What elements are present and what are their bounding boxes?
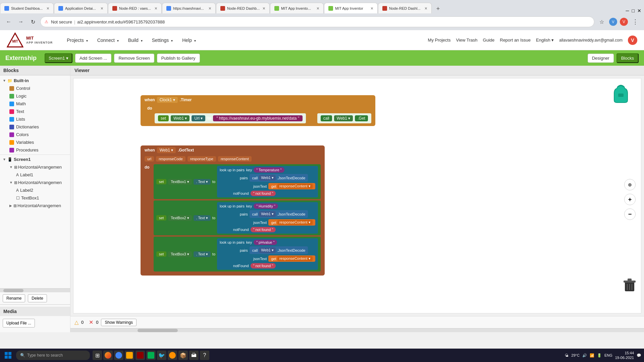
set-pill[interactable]: set xyxy=(158,115,169,121)
tab-1-close[interactable]: × xyxy=(47,6,49,11)
tree-label1[interactable]: A Label1 xyxy=(0,171,70,179)
tab-2[interactable]: Application Detai... × xyxy=(54,3,108,13)
remove-screen-button[interactable]: Remove Screen xyxy=(114,54,154,63)
start-button[interactable] xyxy=(3,350,13,361)
humidity-row[interactable]: set TextBox2 ▾ . Text ▾ to look up in pa… xyxy=(154,200,321,235)
show-warnings-button[interactable]: Show Warnings xyxy=(101,319,137,326)
tree-dictionaries[interactable]: Dictionaries xyxy=(0,123,70,131)
taskbar-icon-6[interactable] xyxy=(146,351,156,360)
nav-connect[interactable]: Connect ▾ xyxy=(93,36,123,45)
sound-icon[interactable]: 🔊 xyxy=(582,353,587,358)
tree-horiz2[interactable]: ▼ ⊞ HorizontalArrangemen xyxy=(0,179,70,186)
notfound-val-3[interactable]: " not found " xyxy=(251,263,276,268)
text-tb1[interactable]: . Text ▾ xyxy=(194,179,211,185)
rename-button[interactable]: Rename xyxy=(3,294,25,302)
h-scrollbar[interactable] xyxy=(0,288,70,292)
taskbar-icon-1[interactable]: ⊞ xyxy=(93,351,102,360)
builtin-section[interactable]: ▼ 📁 Built-in xyxy=(0,77,70,84)
temperature-row[interactable]: set TextBox1 ▾ . Text ▾ to look up in pa… xyxy=(154,164,321,199)
nav-settings[interactable]: Settings ▾ xyxy=(148,36,177,45)
taskbar-icon-7[interactable]: 🐦 xyxy=(157,351,166,360)
web1-call-pill[interactable]: Web1 ▾ xyxy=(334,115,353,121)
set-tb3[interactable]: set xyxy=(156,251,167,257)
clock-event-block[interactable]: when Clock1 ▾ .Timer do set Web1 ▾ Url ▾ xyxy=(141,95,375,126)
trash-icon[interactable] xyxy=(624,279,636,293)
get-response-2[interactable]: get responseContent ▾ xyxy=(268,219,315,226)
web1-event-pill[interactable]: Web1 ▾ xyxy=(157,147,176,153)
taskbar-icon-11[interactable]: ? xyxy=(200,351,209,360)
delete-button[interactable]: Delete xyxy=(28,294,47,302)
textbox2-tb2[interactable]: TextBox2 ▾ xyxy=(168,215,192,221)
notification-icon[interactable]: 💬 xyxy=(637,353,641,358)
set-tb1[interactable]: set xyxy=(156,179,167,184)
tree-logic[interactable]: Logic xyxy=(0,92,70,100)
tab-7-close[interactable]: × xyxy=(371,6,373,11)
tab-3-close[interactable]: × xyxy=(155,6,157,11)
textbox1-tb1[interactable]: TextBox1 ▾ xyxy=(168,179,192,185)
canvas-h-scrollbar[interactable] xyxy=(70,328,644,332)
reload-button[interactable]: ↻ xyxy=(28,17,38,26)
screen-selector[interactable]: Screen1 ▾ xyxy=(45,53,72,63)
taskbar-icon-3[interactable] xyxy=(114,351,123,360)
set-tb2[interactable]: set xyxy=(156,215,167,221)
param-responseType[interactable]: responseType xyxy=(187,156,216,162)
bookmark-button[interactable]: ☆ xyxy=(597,17,606,26)
menu-button[interactable]: ⋮ xyxy=(631,17,640,26)
param-responseContent[interactable]: responseContent xyxy=(218,156,252,162)
profile-button[interactable]: V xyxy=(620,18,628,26)
text-tb2[interactable]: . Text ▾ xyxy=(194,215,211,221)
tree-horiz1[interactable]: ▼ ⊞ HorizontalArrangemen xyxy=(0,163,70,171)
user-avatar[interactable]: V xyxy=(628,36,637,45)
zoom-out-button[interactable]: − xyxy=(624,208,636,220)
tab-4[interactable]: https://vaeshnavi... × xyxy=(162,3,216,13)
report-issue-link[interactable]: Report an Issue xyxy=(500,38,531,43)
screen1-section[interactable]: ▼ 📱 Screen1 xyxy=(0,156,70,163)
close-btn[interactable]: ✕ xyxy=(637,8,641,13)
taskbar-icon-9[interactable]: 📦 xyxy=(178,351,188,360)
tab-6-close[interactable]: × xyxy=(317,6,319,11)
nav-help[interactable]: Help ▾ xyxy=(178,36,200,45)
phvalue-row[interactable]: set TextBox3 ▾ . Text ▾ to look up in pa… xyxy=(154,237,321,272)
tab-3[interactable]: Node-RED : vaes... × xyxy=(108,3,162,13)
url-value-pill[interactable]: " https://vaeshnavi.eu-gb.mybluemix.net/… xyxy=(213,115,303,121)
taskbar-search[interactable]: 🔍 Type here to search xyxy=(16,351,90,360)
backpack-icon[interactable] xyxy=(611,82,631,106)
web1-json-3[interactable]: Web1 ▾ xyxy=(259,247,276,253)
tab-4-close[interactable]: × xyxy=(209,6,211,11)
temperature-key[interactable]: " Temperature " xyxy=(254,167,284,173)
param-url[interactable]: url xyxy=(145,156,154,162)
web1-json-1[interactable]: Web1 ▾ xyxy=(259,175,276,181)
web1-set-pill[interactable]: Web1 ▾ xyxy=(171,115,190,121)
text-tb3[interactable]: . Text ▾ xyxy=(194,251,211,257)
tree-procedures[interactable]: Procedures xyxy=(0,146,70,154)
address-bar[interactable]: ⚠ Not secure | ai2.appinventor.mit.edu/#… xyxy=(40,16,594,27)
volume-icon[interactable]: 🔋 xyxy=(597,353,602,358)
nav-build[interactable]: Build ▾ xyxy=(124,36,147,45)
phvalue-key[interactable]: " pHvalue " xyxy=(254,240,277,245)
view-trash-link[interactable]: View Trash xyxy=(456,38,477,43)
tree-variables[interactable]: Variables xyxy=(0,138,70,146)
clock1-pill[interactable]: Clock1 ▾ xyxy=(157,97,178,103)
tree-lists[interactable]: Lists xyxy=(0,115,70,123)
tree-label2[interactable]: A Label2 xyxy=(0,186,70,194)
tree-math[interactable]: Math xyxy=(0,100,70,108)
center-button[interactable]: ⊕ xyxy=(624,179,636,190)
new-tab-button[interactable]: + xyxy=(433,4,443,13)
tree-text[interactable]: Text xyxy=(0,108,70,115)
publish-button[interactable]: Publish to Gallery xyxy=(157,54,200,63)
get-response-1[interactable]: get responseContent ▾ xyxy=(268,183,315,189)
tab-8-close[interactable]: × xyxy=(425,6,427,11)
user-email[interactable]: allavaeshnavireddy.avr@gmail.com xyxy=(559,38,623,43)
notfound-val-2[interactable]: " not found " xyxy=(251,227,276,232)
call-pill[interactable]: call xyxy=(321,115,332,121)
get-pill[interactable]: .Get xyxy=(355,115,368,121)
taskbar-icon-8[interactable] xyxy=(168,351,177,360)
param-responseCode[interactable]: responseCode xyxy=(156,156,185,162)
tab-7[interactable]: MIT App Inventor × xyxy=(324,3,378,13)
notfound-val-1[interactable]: " not found " xyxy=(251,191,276,196)
tab-6[interactable]: MIT App Invento... × xyxy=(270,3,324,13)
guide-link[interactable]: Guide xyxy=(483,38,495,43)
tab-5[interactable]: Node-RED Dashb... × xyxy=(216,3,270,13)
designer-button[interactable]: Designer xyxy=(588,54,614,63)
maximize-btn[interactable]: □ xyxy=(632,8,635,13)
